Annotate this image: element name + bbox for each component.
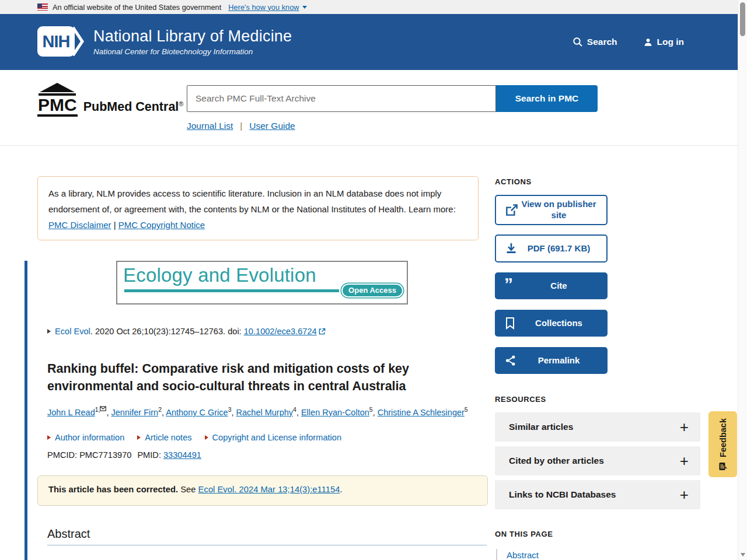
article-notes-toggle[interactable]: Article notes (137, 433, 191, 442)
permalink-button[interactable]: Permalink (495, 347, 608, 374)
header-actions: Search Log in (573, 14, 684, 70)
citation-line: Ecol Evol. 2020 Oct 26;10(23):12745–1276… (47, 327, 326, 336)
correction-notice: This article has been corrected. See Eco… (37, 475, 488, 506)
article-ids: PMCID: PMC7713970PMID: 33304491 (47, 450, 201, 460)
scrollbar[interactable] (738, 0, 747, 560)
nlm-logo[interactable]: NIH National Library of Medicine Nationa… (37, 26, 292, 57)
correction-bold-text: This article has been corrected. (48, 485, 178, 494)
triangle-right-icon (137, 435, 141, 440)
person-icon (643, 37, 653, 47)
external-link-icon (319, 328, 326, 335)
author-link[interactable]: John L Read (47, 408, 95, 417)
pmc-building-icon: PMC (37, 83, 78, 117)
pmcid-value: PMC7713970 (79, 450, 131, 460)
gov-banner-text: An official website of the United States… (53, 3, 221, 12)
doi-link[interactable]: 10.1002/ece3.6724 (244, 327, 317, 336)
cite-button[interactable]: ” Cite (495, 272, 608, 299)
plus-icon: + (680, 487, 689, 502)
how-you-know-link[interactable]: Here's how you know (228, 3, 306, 12)
feedback-icon (718, 461, 728, 470)
registered-mark: ® (179, 100, 183, 107)
journal-list-link[interactable]: Journal List (187, 121, 233, 131)
nlm-disclaimer-box: As a library, NLM provides access to sci… (37, 176, 479, 240)
how-you-know-label[interactable]: Here's how you know (228, 3, 299, 12)
header-search-button[interactable]: Search (573, 37, 617, 47)
correction-link[interactable]: Ecol Evol. 2024 Mar 13;14(3):e11154 (198, 485, 340, 494)
bookmark-icon (504, 317, 516, 330)
pmc-nav-links: Journal List | User Guide (187, 121, 295, 131)
disclaimer-separator: | (111, 220, 118, 230)
pmc-logo[interactable]: PMC PubMed Central® (37, 83, 183, 117)
user-guide-link[interactable]: User Guide (249, 121, 295, 131)
author-information-toggle[interactable]: Author information (47, 433, 124, 442)
pmc-copyright-link[interactable]: PMC Copyright Notice (118, 220, 205, 230)
pmcid-label: PMCID: (47, 450, 79, 460)
pmc-disclaimer-link[interactable]: PMC Disclaimer (48, 220, 111, 230)
chevron-down-icon (302, 6, 307, 9)
download-icon (504, 242, 518, 256)
header-search-label: Search (587, 37, 617, 47)
pmc-header-bar: PMC PubMed Central® Search in PMC Journa… (0, 70, 738, 146)
journal-banner-rule (124, 289, 339, 292)
journal-banner-title: Ecology and Evolution (123, 264, 316, 286)
on-this-page-label: ON THIS PAGE (495, 530, 553, 538)
author-link[interactable]: Rachel Murphy (236, 408, 294, 417)
author-list: John L Read1,, Jennifer Firn2, Anthony C… (47, 406, 491, 417)
feedback-button[interactable]: Feedback (708, 411, 737, 477)
nlm-titles: National Library of Medicine National Ce… (93, 27, 292, 56)
nih-header: NIH National Library of Medicine Nationa… (0, 14, 738, 70)
similar-articles-accordion[interactable]: Similar articles + (495, 412, 700, 442)
article-info-links: Author information Article notes Copyrig… (47, 433, 341, 442)
feedback-label: Feedback (718, 418, 728, 457)
triangle-right-icon (205, 435, 208, 440)
author-link[interactable]: Ellen Ryan-Colton (301, 408, 369, 417)
pmc-search-input[interactable] (187, 85, 496, 112)
open-access-badge: Open Access (341, 284, 403, 298)
pmid-link[interactable]: 33304491 (163, 450, 201, 460)
actions-section-label: ACTIONS (495, 177, 532, 186)
corresponding-author-envelope-icon (100, 406, 106, 411)
nlm-title: National Library of Medicine (93, 27, 292, 46)
author-link[interactable]: Jennifer Firn (111, 408, 159, 417)
ncbi-links-accordion[interactable]: Links to NCBI Databases + (495, 480, 700, 509)
search-in-pmc-button[interactable]: Search in PMC (496, 85, 598, 112)
triangle-right-icon[interactable] (47, 329, 51, 334)
resources-section-label: RESOURCES (495, 395, 546, 404)
article-left-rule (25, 261, 27, 560)
journal-banner[interactable]: Ecology and Evolution Open Access (116, 261, 408, 304)
copyright-license-toggle[interactable]: Copyright and License information (205, 433, 341, 442)
pmc-wordmark: PubMed Central® (83, 100, 184, 117)
author-link[interactable]: Christine A Schlesinger (378, 408, 465, 417)
login-button[interactable]: Log in (643, 37, 685, 47)
on-this-page-abstract-link[interactable]: Abstract (507, 549, 539, 560)
plus-icon: + (680, 419, 689, 435)
cited-by-accordion[interactable]: Cited by other articles + (495, 446, 700, 475)
abstract-heading: Abstract (47, 527, 487, 545)
pmid-label: PMID: (137, 450, 163, 460)
pmc-article-page: An official website of the United States… (0, 0, 747, 560)
search-icon (573, 37, 583, 47)
journal-link[interactable]: Ecol Evol (55, 327, 90, 336)
pmc-acronym: PMC (37, 96, 78, 117)
gov-banner: An official website of the United States… (0, 0, 738, 14)
scrollbar-down-arrow[interactable] (741, 553, 745, 556)
plus-icon: + (680, 453, 689, 468)
quote-icon: ” (504, 281, 513, 290)
triangle-right-icon (47, 435, 51, 440)
external-link-icon (504, 202, 519, 218)
disclaimer-text: As a library, NLM provides access to sci… (48, 188, 456, 214)
nih-chevron-icon (71, 26, 85, 57)
collections-button[interactable]: Collections (495, 310, 608, 337)
links-separator: | (240, 121, 242, 131)
article-title: Ranking buffel: Comparative risk and mit… (47, 360, 479, 395)
ncbi-subtitle: National Center for Biotechnology Inform… (93, 47, 292, 56)
view-on-publisher-button[interactable]: View on publisher site (495, 195, 608, 225)
scrollbar-thumb[interactable] (740, 2, 745, 36)
on-this-page-item: Abstract (496, 549, 539, 560)
us-flag-icon (37, 4, 48, 10)
nih-logo-box: NIH (37, 26, 75, 57)
login-label: Log in (657, 37, 685, 47)
pdf-download-button[interactable]: PDF (691.7 KB) (495, 235, 608, 262)
citation-text: Ecol Evol. 2020 Oct 26;10(23):12745–1276… (55, 327, 326, 336)
author-link[interactable]: Anthony C Grice (166, 408, 228, 417)
